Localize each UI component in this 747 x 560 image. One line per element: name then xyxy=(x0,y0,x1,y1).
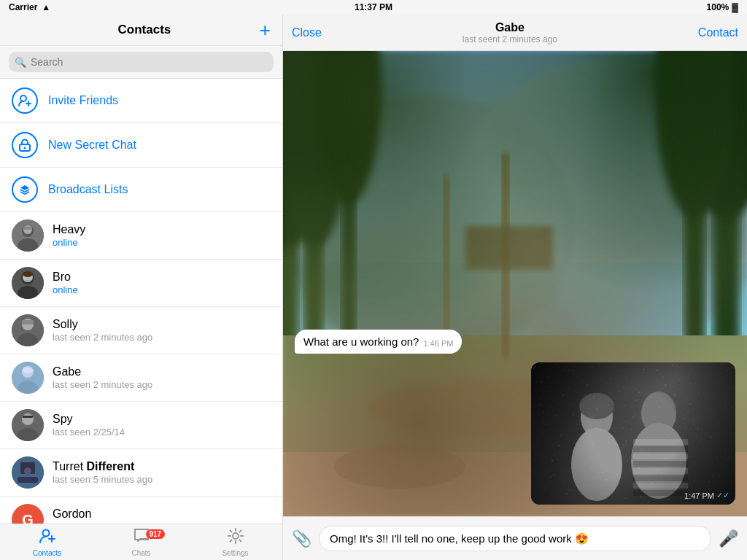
carrier-text: Carrier xyxy=(9,2,37,12)
avatar-heavy xyxy=(12,219,44,252)
left-panel: Contacts + 🔍 In xyxy=(0,15,283,560)
contact-list: Invite Friends New Secret Chat xyxy=(0,79,282,524)
message-1-text: What are u working on? xyxy=(303,335,419,348)
status-bar: Carrier ▲ 11:37 PM 100% ▓ xyxy=(0,0,747,15)
new-secret-chat-icon xyxy=(12,132,38,158)
search-wrapper: 🔍 xyxy=(9,52,274,72)
message-2-image: 1:47 PM ✓✓ xyxy=(531,362,735,505)
avatar-gabe xyxy=(12,362,44,394)
contact-heavy[interactable]: Heavy online xyxy=(0,212,282,260)
contact-name-gabe: Gabe xyxy=(53,365,271,378)
chat-contact-sub: last seent 2 minutes ago xyxy=(462,34,557,44)
message-2: 1:47 PM ✓✓ xyxy=(295,362,735,505)
contact-status-bro: online xyxy=(53,284,271,295)
contact-gordon[interactable]: G Gordon last seen 10/10/07 xyxy=(0,497,282,524)
svg-rect-27 xyxy=(23,416,33,418)
broadcast-lists-icon xyxy=(12,176,38,203)
broadcast-lists-item[interactable]: Broadcast Lists xyxy=(0,168,282,212)
svg-rect-15 xyxy=(25,280,31,282)
svg-rect-31 xyxy=(18,477,38,483)
contact-name-heavy: Heavy xyxy=(53,223,271,236)
contact-button[interactable]: Contact xyxy=(698,26,738,39)
contact-name-solly: Solly xyxy=(53,318,271,331)
contact-name-spy: Spy xyxy=(53,413,271,426)
contact-spy[interactable]: Spy last seen 2/25/14 xyxy=(0,402,282,449)
status-bar-right: 100% ▓ xyxy=(707,2,738,12)
svg-point-35 xyxy=(42,529,49,536)
contact-info-heavy: Heavy online xyxy=(53,223,271,248)
contact-turret[interactable]: Turret Different last seen 5 minutes ago xyxy=(0,449,282,497)
contact-name-bro: Bro xyxy=(53,271,271,284)
svg-point-30 xyxy=(24,467,31,475)
svg-point-14 xyxy=(23,271,33,277)
contacts-tab-icon xyxy=(39,528,55,548)
message-1-bubble: What are u working on? 1:46 PM xyxy=(295,330,462,354)
tab-bar: Contacts 917 Chats xyxy=(0,524,282,560)
right-panel: Close Gabe last seent 2 minutes ago Cont… xyxy=(283,15,747,560)
contact-status-solly: last seen 2 minutes ago xyxy=(53,332,271,343)
svg-point-25 xyxy=(22,413,34,425)
contact-info-turret: Turret Different last seen 5 minutes ago xyxy=(53,460,271,485)
tab-settings-label: Settings xyxy=(222,549,248,557)
message-2-check: ✓✓ xyxy=(716,491,729,500)
contact-info-bro: Bro online xyxy=(53,271,271,295)
main-content: Contacts + 🔍 In xyxy=(0,15,747,560)
wifi-icon: ▲ xyxy=(42,2,50,12)
avatar-spy xyxy=(12,409,44,441)
battery-text: 100% xyxy=(707,2,729,12)
search-icon: 🔍 xyxy=(15,57,26,68)
contact-status-turret: last seen 5 minutes ago xyxy=(53,474,271,485)
svg-rect-9 xyxy=(23,227,32,230)
contact-gabe[interactable]: Gabe last seen 2 minutes ago xyxy=(0,354,282,402)
contact-info-spy: Spy last seen 2/25/14 xyxy=(53,413,271,438)
svg-point-38 xyxy=(233,533,239,539)
tab-contacts[interactable]: Contacts xyxy=(0,528,94,557)
svg-point-4 xyxy=(24,147,26,149)
contact-status-spy: last seen 2/25/14 xyxy=(53,427,271,438)
settings-tab-icon xyxy=(228,528,244,548)
attach-button[interactable]: 📎 xyxy=(292,529,311,548)
tab-settings[interactable]: Settings xyxy=(188,528,282,557)
avatar-bro xyxy=(12,267,44,299)
svg-rect-19 xyxy=(22,320,34,324)
status-time: 11:37 PM xyxy=(355,2,392,12)
contact-info-gordon: Gordon last seen 10/10/07 xyxy=(53,508,271,524)
message-2-time: 1:47 PM ✓✓ xyxy=(684,491,729,500)
avatar-gordon: G xyxy=(12,504,44,524)
chats-badge: 917 xyxy=(146,529,166,539)
status-bar-left: Carrier ▲ xyxy=(9,2,50,12)
chat-contact-name: Gabe xyxy=(462,21,557,34)
svg-point-0 xyxy=(20,96,26,101)
mic-button[interactable]: 🎤 xyxy=(719,529,738,548)
contacts-title: Contacts xyxy=(29,23,260,37)
contact-bro[interactable]: Bro online xyxy=(0,260,282,307)
contact-solly[interactable]: Solly last seen 2 minutes ago xyxy=(0,307,282,354)
chat-messages: What are u working on? 1:46 PM 1:47 PM ✓… xyxy=(283,51,747,516)
tab-contacts-label: Contacts xyxy=(33,549,61,557)
tab-chats-label: Chats xyxy=(131,549,150,557)
search-bar: 🔍 xyxy=(0,46,282,79)
search-input[interactable] xyxy=(9,52,274,72)
tab-chats[interactable]: 917 Chats xyxy=(94,528,188,557)
invite-friends-item[interactable]: Invite Friends xyxy=(0,79,282,123)
close-button[interactable]: Close xyxy=(292,26,322,39)
contact-info-gabe: Gabe last seen 2 minutes ago xyxy=(53,365,271,390)
svg-point-23 xyxy=(23,368,33,373)
new-secret-chat-label: New Secret Chat xyxy=(48,139,136,152)
add-contact-button[interactable]: + xyxy=(260,20,271,39)
new-secret-chat-item[interactable]: New Secret Chat xyxy=(0,123,282,168)
avatar-turret xyxy=(12,456,44,489)
contact-name-turret: Turret Different xyxy=(53,460,271,473)
contact-name-gordon: Gordon xyxy=(53,508,271,521)
chat-input-bar: 📎 🎤 xyxy=(283,516,747,560)
contact-info-solly: Solly last seen 2 minutes ago xyxy=(53,318,271,343)
invite-friends-icon xyxy=(12,88,38,114)
contact-status-heavy: online xyxy=(53,237,271,248)
left-header: Contacts + xyxy=(0,15,282,46)
contact-status-gabe: last seen 2 minutes ago xyxy=(53,379,271,390)
message-1: What are u working on? 1:46 PM xyxy=(295,330,735,354)
battery-icon: ▓ xyxy=(732,2,738,12)
broadcast-lists-label: Broadcast Lists xyxy=(48,183,128,196)
message-input[interactable] xyxy=(319,526,711,551)
chat-header-info: Gabe last seent 2 minutes ago xyxy=(462,21,557,44)
